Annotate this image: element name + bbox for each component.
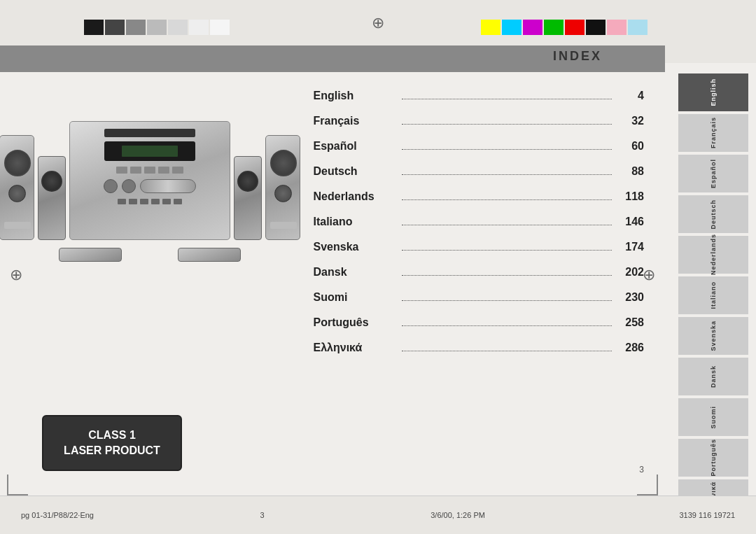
sidebar-tab-dansk-label: Dansk <box>710 365 717 388</box>
subwoofer-right <box>178 248 241 262</box>
entry-page-italiano: 146 <box>616 216 644 228</box>
sidebar-tab-nederlands[interactable]: Nederlands <box>665 234 756 275</box>
index-entry-dansk: Dansk 202 <box>314 259 645 284</box>
entry-name-francais: Français <box>314 115 398 127</box>
sidebar-tab-dansk[interactable]: Dansk <box>665 356 756 397</box>
entry-page-nederlands: 118 <box>616 190 644 203</box>
color-block-black <box>586 20 606 35</box>
speaker-right-inner <box>234 156 262 240</box>
entry-dots-nederlands <box>402 199 612 200</box>
entry-page-suomi: 230 <box>616 291 644 304</box>
color-block-5 <box>168 20 188 35</box>
color-block-magenta <box>523 20 542 35</box>
sidebar-tab-espanol-label: Español <box>710 159 717 188</box>
color-block-green <box>544 20 564 35</box>
sidebar-tab-deutsch-label: Deutsch <box>710 199 717 230</box>
color-blocks-right <box>481 20 648 35</box>
sidebar-tab-english[interactable]: English <box>665 72 756 113</box>
corner-mark-tl <box>7 49 28 70</box>
entry-name-svenska: Svenska <box>314 241 398 253</box>
color-block-lightblue <box>628 20 648 35</box>
sidebar-tab-italiano-label: Italiano <box>710 281 717 309</box>
corner-mark-tr <box>637 49 658 70</box>
sidebar-tab-deutsch[interactable]: Deutsch <box>665 194 756 234</box>
color-block-pink <box>607 20 626 35</box>
speaker-left-outer <box>0 135 34 240</box>
color-block-4 <box>147 20 167 35</box>
index-entry-espanol: Español 60 <box>314 133 645 158</box>
sidebar-tab-portugues-label: Português <box>710 439 717 477</box>
left-panel: CLASS 1 LASER PRODUCT <box>0 72 300 492</box>
entry-page-dansk: 202 <box>616 266 644 279</box>
entry-page-svenska: 174 <box>616 241 644 253</box>
entry-dots-deutsch <box>402 174 612 175</box>
color-block-red <box>565 20 584 35</box>
footer: pg 01-31/P88/22·Eng 3 3/6/00, 1:26 PM 31… <box>0 496 756 534</box>
entry-page-portugues: 258 <box>616 316 644 329</box>
footer-right-text: 3/6/00, 1:26 PM <box>430 511 485 519</box>
entry-dots-portugues <box>402 325 612 326</box>
sidebar-tabs: English Français Español Deutsch Nederla… <box>665 72 756 519</box>
index-entry-deutsch: Deutsch 88 <box>314 158 645 183</box>
sidebar-tab-english-label: English <box>710 78 717 106</box>
entry-name-portugues: Português <box>314 316 398 329</box>
entry-page-espanol: 60 <box>616 140 644 153</box>
center-unit <box>69 121 230 240</box>
subwoofer-left <box>59 248 122 262</box>
entry-page-ellinika: 286 <box>616 342 644 354</box>
color-block-2 <box>105 20 125 35</box>
sidebar-tab-svenska-label: Svenska <box>710 321 717 351</box>
entry-dots-english <box>402 99 612 99</box>
entry-name-espanol: Español <box>314 140 398 153</box>
color-block-3 <box>126 20 146 35</box>
footer-center-text: 3 <box>260 511 265 519</box>
entry-name-english: English <box>314 90 398 102</box>
entry-name-suomi: Suomi <box>314 291 398 304</box>
speaker-left-inner <box>38 156 66 240</box>
index-entry-francais: Français 32 <box>314 108 645 133</box>
stereo-image <box>21 100 279 282</box>
index-entry-ellinika: Ελληνικά 286 <box>314 335 645 360</box>
speaker-right-outer <box>265 135 300 240</box>
right-panel: English 4 Français 32 Español 60 Deutsch… <box>300 72 666 492</box>
sidebar-tab-francais-label: Français <box>710 117 717 148</box>
index-title: INDEX <box>507 49 648 64</box>
sidebar-tab-espanol[interactable]: Español <box>665 153 756 194</box>
class-label-line2: LASER PRODUCT <box>64 443 160 458</box>
entry-dots-ellinika <box>402 351 612 351</box>
index-entry-italiano: Italiano 146 <box>314 209 645 234</box>
sidebar-tab-portugues[interactable]: Português <box>665 437 756 478</box>
entry-dots-dansk <box>402 275 612 276</box>
entry-page-deutsch: 88 <box>616 165 644 178</box>
color-block-1 <box>84 20 104 35</box>
sidebar-tab-francais[interactable]: Français <box>665 113 756 153</box>
index-entry-nederlands: Nederlands 118 <box>314 183 645 209</box>
sidebar-tab-nederlands-label: Nederlands <box>710 234 717 275</box>
entry-dots-italiano <box>402 225 612 225</box>
entry-page-english: 4 <box>616 90 644 102</box>
footer-catalog: 3139 116 19721 <box>679 511 735 519</box>
entry-dots-svenska <box>402 250 612 251</box>
page-number: 3 <box>639 465 644 475</box>
index-entry-svenska: Svenska 174 <box>314 234 645 259</box>
footer-left-text: pg 01-31/P88/22·Eng <box>21 511 94 519</box>
color-block-6 <box>189 20 209 35</box>
main-content: CLASS 1 LASER PRODUCT English 4 Français… <box>0 72 665 492</box>
entry-name-italiano: Italiano <box>314 216 398 228</box>
class-label-line1: CLASS 1 <box>88 428 136 443</box>
color-block-cyan <box>502 20 522 35</box>
sidebar-tab-italiano[interactable]: Italiano <box>665 275 756 316</box>
color-blocks-left <box>84 20 230 35</box>
entry-name-dansk: Dansk <box>314 266 398 279</box>
entry-dots-suomi <box>402 300 612 301</box>
index-entry-suomi: Suomi 230 <box>314 284 645 309</box>
class-label: CLASS 1 LASER PRODUCT <box>42 415 182 471</box>
sidebar-tab-suomi[interactable]: Suomi <box>665 397 756 437</box>
index-entry-portugues: Português 258 <box>314 309 645 335</box>
entry-name-ellinika: Ελληνικά <box>314 342 398 354</box>
entry-dots-espanol <box>402 149 612 150</box>
entry-page-francais: 32 <box>616 115 644 127</box>
sidebar-tab-svenska[interactable]: Svenska <box>665 316 756 356</box>
entry-name-nederlands: Nederlands <box>314 190 398 203</box>
entry-name-deutsch: Deutsch <box>314 165 398 178</box>
